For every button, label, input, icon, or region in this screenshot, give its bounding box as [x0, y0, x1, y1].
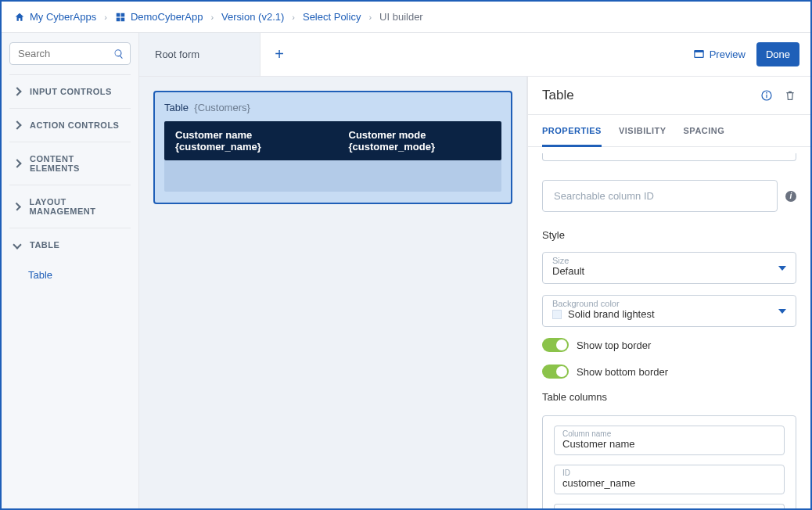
size-select[interactable]: Size Default — [542, 252, 796, 284]
column-name-field[interactable]: Column name Customer name — [554, 426, 785, 455]
show-top-border-label: Show top border — [577, 339, 651, 351]
svg-rect-1 — [121, 13, 125, 16]
truncated-field[interactable] — [542, 153, 796, 161]
show-bottom-border-label: Show bottom border — [577, 366, 668, 378]
root-form-tab[interactable]: Root form — [139, 33, 260, 76]
chevron-right-icon: › — [104, 13, 107, 22]
svg-rect-2 — [117, 17, 120, 21]
searchable-column-id-input[interactable] — [542, 180, 778, 212]
chevron-right-icon — [13, 87, 21, 95]
chevron-down-icon — [778, 309, 786, 314]
search-icon — [113, 48, 124, 59]
home-icon — [14, 12, 25, 23]
chevron-right-icon: › — [292, 13, 295, 22]
tab-properties[interactable]: PROPERTIES — [542, 115, 602, 146]
table-header-row: Customer name {customer_name} Customer m… — [164, 121, 501, 160]
component-palette: INPUT CONTROLS ACTION CONTROLS CONTENT E… — [2, 33, 139, 508]
chevron-right-icon — [13, 120, 21, 129]
table-columns-label: Table columns — [542, 391, 796, 403]
search-wrap — [9, 42, 131, 65]
svg-rect-5 — [695, 51, 703, 53]
svg-rect-0 — [117, 13, 120, 16]
column-card: Column name Customer name ID customer_na… — [542, 415, 796, 508]
preview-button[interactable]: Preview — [693, 48, 746, 60]
preview-icon — [693, 48, 705, 60]
chevron-right-icon — [13, 203, 21, 211]
info-icon[interactable]: i — [785, 191, 796, 202]
breadcrumb-version[interactable]: Version (v2.1) — [221, 11, 284, 23]
breadcrumb-my-cyberapps[interactable]: My CyberApps — [14, 11, 96, 23]
table-col-header[interactable]: Customer mode {customer_mode} — [349, 129, 491, 153]
column-id-field[interactable]: ID customer_name — [554, 465, 785, 494]
group-table[interactable]: TABLE — [9, 228, 131, 261]
color-swatch — [552, 310, 562, 319]
group-layout-management[interactable]: LAYOUT MANAGEMENT — [9, 185, 131, 228]
breadcrumb-select-policy[interactable]: Select Policy — [303, 11, 361, 23]
inspector-title: Table — [542, 88, 574, 103]
table-widget-title: Table {Customers} — [164, 102, 501, 113]
info-icon[interactable] — [760, 89, 773, 102]
tab-spacing[interactable]: SPACING — [684, 115, 725, 146]
style-section-label: Style — [542, 229, 796, 241]
svg-rect-3 — [121, 17, 125, 21]
size-value: Default — [552, 265, 786, 277]
chevron-down-icon — [13, 240, 21, 249]
done-button[interactable]: Done — [756, 42, 799, 66]
table-body — [164, 160, 501, 192]
plus-icon: + — [275, 45, 284, 63]
search-input[interactable] — [9, 42, 131, 65]
delete-icon[interactable] — [784, 89, 796, 102]
group-input-controls[interactable]: INPUT CONTROLS — [9, 74, 131, 108]
apps-icon — [115, 12, 126, 23]
chevron-right-icon — [13, 159, 21, 167]
show-bottom-border-toggle[interactable] — [542, 365, 569, 379]
palette-item-table[interactable]: Table — [9, 261, 131, 289]
size-label: Size — [552, 256, 786, 265]
chevron-right-icon: › — [210, 13, 214, 22]
breadcrumb-democyberapp[interactable]: DemoCyberApp — [115, 11, 203, 23]
add-tab-button[interactable]: + — [260, 33, 298, 76]
show-top-border-toggle[interactable] — [542, 338, 569, 352]
canvas-header: Root form + Preview Done — [139, 33, 810, 77]
svg-point-8 — [767, 92, 767, 93]
inspector-panel: Table PROPERTIES VISIBILITY SPACING — [527, 77, 810, 508]
chevron-down-icon — [778, 266, 786, 271]
tab-visibility[interactable]: VISIBILITY — [619, 115, 666, 146]
table-binding: {Customers} — [194, 102, 250, 113]
column-width-field[interactable]: Width — [554, 504, 785, 508]
inspector-tabs: PROPERTIES VISIBILITY SPACING — [528, 114, 810, 147]
table-col-header[interactable]: Customer name {customer_name} — [175, 129, 318, 153]
background-value: Solid brand lightest — [552, 308, 786, 320]
table-widget[interactable]: Table {Customers} Customer name {custome… — [153, 91, 512, 204]
breadcrumb-ui-builder: UI builder — [379, 11, 423, 23]
background-color-select[interactable]: Background color Solid brand lightest — [542, 295, 796, 327]
background-label: Background color — [552, 299, 786, 308]
breadcrumb: My CyberApps › DemoCyberApp › Version (v… — [2, 2, 810, 33]
group-action-controls[interactable]: ACTION CONTROLS — [9, 108, 131, 142]
chevron-right-icon: › — [368, 13, 372, 22]
group-content-elements[interactable]: CONTENT ELEMENTS — [9, 142, 131, 185]
canvas[interactable]: Table {Customers} Customer name {custome… — [139, 77, 527, 508]
